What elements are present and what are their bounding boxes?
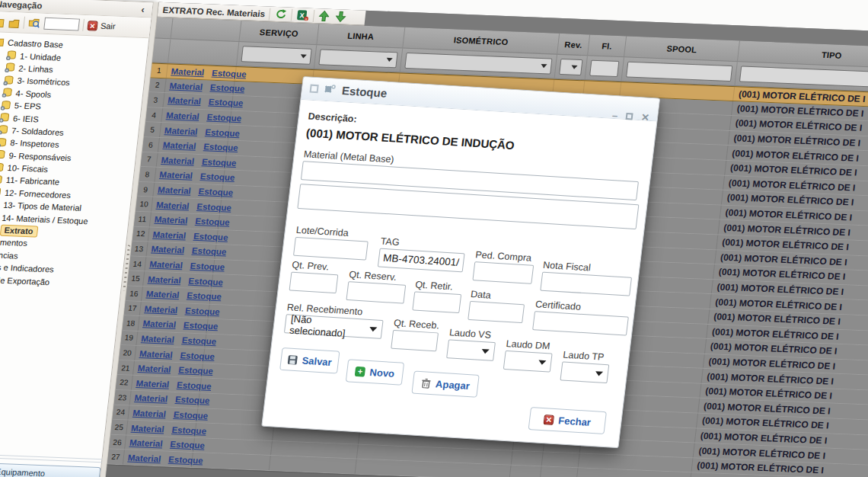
arrow-down-icon[interactable] [335, 11, 349, 23]
lote-input[interactable] [293, 237, 369, 261]
tipo-filter-input[interactable] [739, 66, 868, 89]
material-link[interactable]: Material [155, 200, 190, 211]
material-link[interactable]: Material [142, 319, 177, 330]
row-links-cell: Material Estoque [158, 138, 228, 155]
qt-prev-input[interactable] [289, 272, 339, 294]
column-header-linha[interactable]: LINHA [317, 24, 405, 47]
qt-retir-label: Qt. Retir. [415, 280, 454, 293]
laudo-dm-select[interactable] [503, 351, 553, 373]
novo-label: Novo [369, 367, 395, 379]
material-link[interactable]: Material [132, 408, 167, 419]
ped-compra-input[interactable] [472, 261, 534, 284]
chevron-down-icon [538, 360, 547, 365]
row-links-cell: Material Estoque [140, 302, 210, 319]
tree-item-label: 13- Tipos de Material [3, 200, 82, 213]
material-link[interactable]: Material [169, 81, 203, 91]
tree-item-label: Cadastro Base [7, 38, 63, 50]
material-link[interactable]: Material [159, 170, 193, 181]
row-number: 23 [114, 390, 132, 405]
expand-tree-icon[interactable] [0, 17, 5, 27]
tree-item-label: 4- Spools [15, 88, 52, 99]
material-link[interactable]: Material [131, 423, 165, 434]
modal-body: Descrição: (001) MOTOR ELÉTRICO DE INDUÇ… [262, 100, 656, 447]
laudo-dm-label: Laudo DM [506, 338, 550, 351]
row-links-cell: Material Estoque [147, 242, 217, 259]
qt-receb-input[interactable] [391, 330, 439, 352]
material-link[interactable]: Material [144, 304, 178, 315]
material-link[interactable]: Material [141, 334, 175, 344]
chevron-down-icon [571, 66, 578, 69]
material-link[interactable]: Material [129, 438, 163, 449]
qt-retir-input[interactable] [412, 291, 461, 313]
material-link[interactable]: Material [171, 66, 205, 77]
linha-filter-select[interactable] [318, 49, 397, 68]
laudo-tp-select[interactable] [560, 361, 609, 383]
material-link[interactable]: Material [168, 96, 202, 107]
collapse-tree-icon[interactable] [8, 17, 20, 27]
material-link[interactable]: Material [149, 260, 183, 271]
material-link[interactable]: Material [162, 140, 196, 151]
material-link[interactable]: Material [145, 290, 180, 300]
material-link[interactable]: Material [164, 126, 198, 136]
material-link[interactable]: Material [136, 379, 170, 389]
row-links-cell: Material Estoque [135, 346, 205, 363]
row-links-cell: Material Estoque [165, 78, 235, 95]
search-folder-icon[interactable] [27, 18, 41, 29]
arrow-up-icon[interactable] [318, 10, 332, 22]
spool-filter-input[interactable] [626, 62, 732, 82]
column-label: SERVIÇO [259, 27, 298, 38]
column-header-rev[interactable]: Rev. [557, 34, 590, 56]
material-link[interactable]: Material [137, 363, 171, 374]
material-link[interactable]: Material [134, 393, 168, 404]
toolbar-separator [291, 8, 293, 21]
material-link[interactable]: Material [158, 185, 192, 196]
servico-filter-select[interactable] [241, 46, 311, 65]
row-links-cell: Material Estoque [143, 272, 213, 289]
tree-item-icon [0, 37, 5, 47]
sair-button[interactable]: ✕ Sair [87, 21, 116, 31]
descricao-value: (001) MOTOR ELÉTRICO DE INDUÇÃO [305, 126, 515, 152]
fechar-button[interactable]: ✕ Fechar [528, 407, 607, 434]
nav-title: Navegação [0, 0, 43, 10]
isometrico-filter-select[interactable] [404, 53, 552, 75]
collapse-panel-icon[interactable]: ‹ [137, 4, 149, 16]
novo-button[interactable]: + Novo [346, 359, 404, 385]
material-link[interactable]: Material [152, 230, 187, 241]
data-input[interactable] [468, 301, 525, 323]
material-link[interactable]: Material [139, 349, 174, 360]
laudo-vs-select[interactable] [446, 339, 496, 361]
nota-fiscal-input[interactable] [540, 272, 632, 296]
fl-filter-input[interactable] [589, 60, 619, 77]
tree-item-icon [0, 162, 5, 172]
tree-item-icon [6, 50, 17, 60]
rel-recebimento-select[interactable]: [Não selecionado] [284, 314, 384, 339]
column-label: Fl. [602, 41, 613, 50]
column-label: LINHA [347, 30, 375, 40]
column-label: Rev. [564, 40, 583, 50]
screenshot-scene: Navegação ‹ ✕ Sair [0, 0, 868, 477]
material-link[interactable]: Material [147, 274, 181, 285]
refresh-icon[interactable] [274, 8, 288, 21]
apagar-button[interactable]: Apagar [411, 371, 479, 398]
column-header-links[interactable] [171, 18, 242, 42]
salvar-button[interactable]: Salvar [279, 347, 340, 373]
excel-export-icon[interactable]: Xx [296, 9, 310, 21]
column-header-servico[interactable]: SERVIÇO [239, 21, 319, 44]
row-links-cell: Material Estoque [150, 213, 220, 229]
row-links-cell: Material Estoque [142, 287, 212, 303]
certificado-input[interactable] [532, 311, 629, 335]
material-link[interactable]: Material [166, 110, 200, 121]
row-links-cell: Material Estoque [136, 331, 206, 348]
material-link[interactable]: Material [154, 215, 188, 226]
material-link[interactable]: Material [161, 155, 195, 166]
tree-search-input[interactable] [43, 18, 80, 31]
material-link[interactable]: Material [127, 453, 161, 463]
column-header-fl[interactable]: Fl. [588, 35, 627, 57]
row-number: 2 [149, 78, 167, 92]
rev-filter-select[interactable] [559, 59, 582, 75]
chevron-down-icon [595, 371, 603, 376]
row-links-cell: Material Estoque [133, 361, 203, 378]
material-link[interactable]: Material [151, 245, 185, 255]
tag-input[interactable] [378, 248, 465, 273]
qt-reserv-input[interactable] [346, 281, 406, 304]
